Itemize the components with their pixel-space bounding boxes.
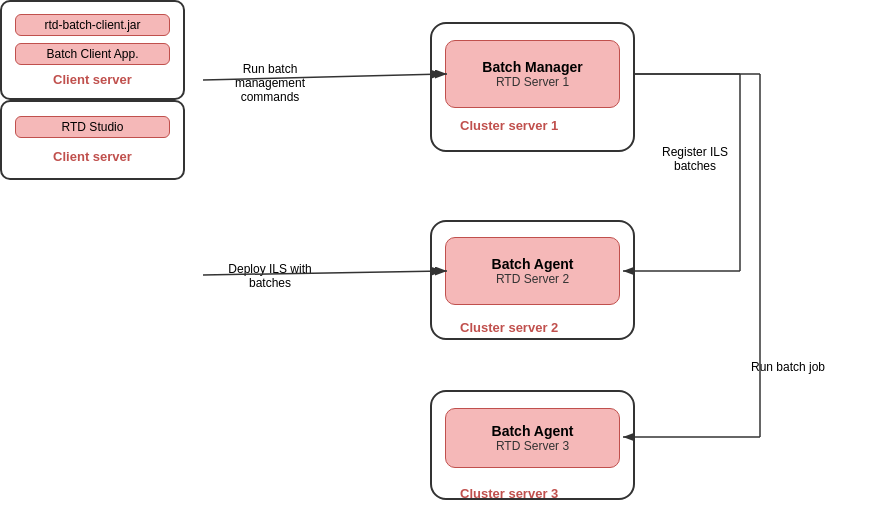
client-server-bottom-label: Client server — [53, 149, 132, 164]
rtd-batch-client-label: rtd-batch-client.jar — [15, 14, 170, 36]
run-batch-job-arrow-text: Run batch job — [748, 360, 828, 374]
deploy-ils-arrow-text: Deploy ILS with batches — [215, 262, 325, 290]
diagram: rtd-batch-client.jar Batch Client App. C… — [0, 0, 881, 514]
cluster-3-title: Batch Agent — [492, 423, 574, 439]
cluster-3-inner: Batch Agent RTD Server 3 — [445, 408, 620, 468]
client-server-top-label: Client server — [53, 72, 132, 87]
run-batch-arrow-text: Run batch management commands — [210, 62, 330, 104]
cluster-3-label: Cluster server 3 — [460, 486, 558, 501]
cluster-2-subtitle: RTD Server 2 — [496, 272, 569, 286]
cluster-1-label: Cluster server 1 — [460, 118, 558, 133]
cluster-2-title: Batch Agent — [492, 256, 574, 272]
cluster-1-subtitle: RTD Server 1 — [496, 75, 569, 89]
client-server-bottom-box: RTD Studio Client server — [0, 100, 185, 180]
batch-client-app-label: Batch Client App. — [15, 43, 170, 65]
cluster-3-subtitle: RTD Server 3 — [496, 439, 569, 453]
cluster-2-inner: Batch Agent RTD Server 2 — [445, 237, 620, 305]
cluster-1-inner: Batch Manager RTD Server 1 — [445, 40, 620, 108]
cluster-2-label: Cluster server 2 — [460, 320, 558, 335]
register-ils-arrow-text: Register ILS batches — [645, 145, 745, 173]
client-server-top-box: rtd-batch-client.jar Batch Client App. C… — [0, 0, 185, 100]
cluster-1-title: Batch Manager — [482, 59, 582, 75]
rtd-studio-label: RTD Studio — [15, 116, 170, 138]
